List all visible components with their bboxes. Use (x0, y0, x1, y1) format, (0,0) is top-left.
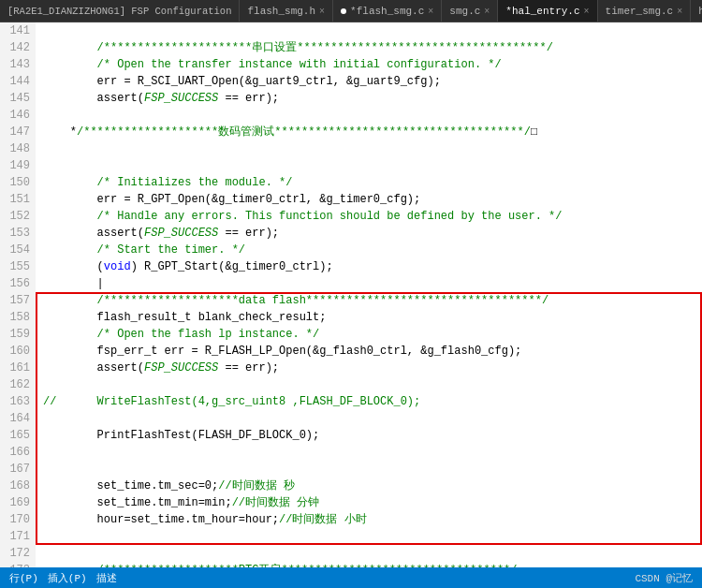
tab-hal-entry-c[interactable]: hal_entry.c × (691, 0, 702, 22)
code-line: /********************RTC开启**************… (43, 562, 702, 567)
code-line (43, 22, 702, 39)
tab-close-icon[interactable]: × (484, 7, 490, 17)
code-line: /* Initializes the module. */ (43, 174, 702, 191)
status-right: CSDN @记忆 (635, 571, 693, 585)
code-line (43, 376, 702, 393)
code-line (43, 140, 702, 157)
status-left: 行(P) 插入(P) 描述 (9, 571, 117, 585)
tab-label: *flash_smg.c (350, 6, 424, 17)
tab-hal-entry-c-active[interactable]: *hal_entry.c × (498, 0, 597, 22)
status-line: 行(P) (9, 571, 38, 585)
status-bar: 行(P) 插入(P) 描述 CSDN @记忆 (0, 567, 702, 588)
tab-flash-smg-c[interactable]: *flash_smg.c × (333, 0, 442, 22)
line-numbers: 1411421431441451461471481491501511521531… (0, 22, 36, 567)
tab-close-icon[interactable]: × (677, 7, 682, 17)
code-line (43, 461, 702, 478)
code-line: /* Open the flash lp instance. */ (43, 326, 702, 343)
tab-fsp-config[interactable]: [RA2E1_DIANZIZHONG1] FSP Configuration (0, 0, 240, 22)
editor: 1411421431441451461471481491501511521531… (0, 22, 702, 567)
tab-label: smg.c (449, 6, 480, 17)
tab-label: [RA2E1_DIANZIZHONG1] FSP Configuration (7, 6, 231, 17)
code-line (43, 444, 702, 461)
code-line: set_time.tm_min=min;//时间数据 分钟 (43, 494, 702, 511)
code-line: (void) R_GPT_Start(&g_timer0_ctrl); (43, 258, 702, 275)
code-line: /* Handle any errors. This function shou… (43, 208, 702, 225)
code-line: | (43, 275, 702, 292)
tab-label: hal_entry.c (698, 6, 702, 17)
tab-bar: [RA2E1_DIANZIZHONG1] FSP Configuration f… (0, 0, 702, 22)
code-line: /* Start the timer. */ (43, 242, 702, 258)
status-insert: 插入(P) (48, 571, 87, 585)
code-line: /* Open the transfer instance with initi… (43, 56, 702, 73)
tab-label: flash_smg.h (247, 6, 315, 17)
code-line: assert(FSP_SUCCESS == err); (43, 360, 702, 376)
code-line (43, 410, 702, 427)
status-desc: 描述 (96, 571, 117, 585)
tab-label: timer_smg.c (606, 6, 674, 17)
code-line: /**********************串口设置*************… (43, 39, 702, 56)
watermark-text: CSDN @记忆 (635, 571, 693, 585)
code-line: err = R_GPT_Open(&g_timer0_ctrl, &g_time… (43, 191, 702, 208)
code-line (43, 157, 702, 174)
code-line: hour=set_time.tm_hour=hour;//时间数据 小时 (43, 511, 702, 528)
code-line: PrintFlashTest(FLASH_DF_BLOCK_0); (43, 427, 702, 444)
code-line: /********************data flash*********… (43, 292, 702, 309)
code-line: // WriteFlashTest(4,g_src_uint8 ,FLASH_D… (43, 393, 702, 410)
code-line (43, 545, 702, 562)
tab-label: *hal_entry.c (505, 6, 579, 17)
tab-close-icon[interactable]: × (584, 7, 590, 17)
tab-smg-c[interactable]: smg.c × (442, 0, 498, 22)
code-line: */********************数码管测试*************… (43, 124, 702, 140)
tab-close-icon[interactable]: × (319, 7, 325, 17)
tab-timer-smg-c[interactable]: timer_smg.c × (598, 0, 692, 22)
code-area[interactable]: /**********************串口设置*************… (36, 22, 702, 567)
code-line (43, 528, 702, 545)
code-line: assert(FSP_SUCCESS == err); (43, 90, 702, 107)
code-line: flash_result_t blank_check_result; (43, 309, 702, 326)
code-line (43, 107, 702, 124)
code-line: assert(FSP_SUCCESS == err); (43, 225, 702, 242)
code-line: err = R_SCI_UART_Open(&g_uart9_ctrl, &g_… (43, 73, 702, 90)
tab-flash-smg-h[interactable]: flash_smg.h × (240, 0, 333, 22)
code-line: set_time.tm_sec=0;//时间数据 秒 (43, 478, 702, 494)
code-line: fsp_err_t err = R_FLASH_LP_Open(&g_flash… (43, 343, 702, 360)
tab-close-icon[interactable]: × (428, 7, 433, 17)
